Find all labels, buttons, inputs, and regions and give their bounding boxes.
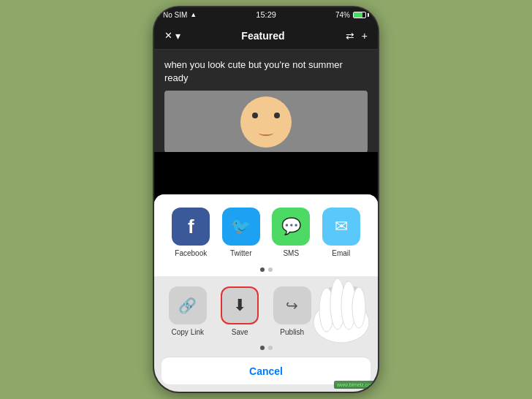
dot-1 [260, 267, 265, 272]
action-summary[interactable]: 📋 ...mmary [324, 286, 365, 336]
share-item-facebook[interactable]: f Facebook [170, 208, 211, 257]
watermark: www.bimeiz.com [334, 381, 378, 389]
baby-eye-right [274, 113, 280, 118]
cancel-button[interactable]: Cancel [249, 365, 283, 377]
status-time: 15:29 [256, 10, 276, 19]
add-icon[interactable]: + [362, 30, 368, 42]
save-icon[interactable]: ⬇ [221, 286, 259, 324]
action-row: 🔗 Copy Link ⬇ Save ↪ Publish 📋 [154, 276, 378, 342]
baby-eye-left [252, 113, 258, 118]
copy-link-icon[interactable]: 🔗 [169, 286, 207, 324]
save-symbol: ⬇ [233, 296, 246, 315]
battery-icon [353, 12, 369, 18]
x-icon[interactable]: ✕ [164, 30, 172, 41]
nav-title: Featured [241, 30, 284, 42]
action-save[interactable]: ⬇ Save [219, 286, 260, 336]
summary-icon[interactable]: 📋 [325, 286, 363, 324]
email-envelope: ✉ [335, 217, 348, 236]
content-area: when you look cute but you're not summer… [154, 50, 378, 152]
twitter-bird: 🐦 [231, 217, 251, 236]
summary-symbol: 📋 [335, 297, 354, 314]
shuffle-icon[interactable]: ⇄ [346, 30, 354, 42]
share-icons-row: f Facebook 🐦 Twitter 💬 SMS ✉ Em [154, 194, 378, 263]
status-bar: No SIM ▲ 15:29 74% [154, 7, 378, 22]
link-symbol: 🔗 [178, 297, 197, 314]
battery-percent: 74% [335, 11, 350, 19]
wifi-icon: ▲ [190, 11, 197, 18]
dot-a [260, 346, 265, 350]
twitter-label: Twitter [230, 249, 251, 257]
sms-bubble: 💬 [281, 217, 301, 236]
phone-frame: No SIM ▲ 15:29 74% ✕ ▾ Featured ⇄ + when… [153, 6, 379, 393]
publish-label: Publish [280, 328, 304, 336]
baby-face [240, 96, 292, 148]
nav-left[interactable]: ✕ ▾ [164, 30, 180, 42]
copy-link-label: Copy Link [172, 328, 204, 336]
carrier-text: No SIM [163, 11, 187, 19]
twitter-icon[interactable]: 🐦 [222, 208, 260, 246]
share-item-twitter[interactable]: 🐦 Twitter [221, 208, 262, 257]
share-item-email[interactable]: ✉ Email [321, 208, 362, 257]
facebook-letter: f [188, 216, 194, 238]
save-label: Save [232, 328, 248, 336]
dot-2 [268, 267, 273, 272]
facebook-label: Facebook [175, 249, 207, 257]
nav-right[interactable]: ⇄ + [346, 30, 368, 42]
sms-label: SMS [283, 249, 299, 257]
post-text: when you look cute but you're not summer… [164, 58, 368, 85]
publish-icon[interactable]: ↪ [273, 286, 311, 324]
page-dots-2 [154, 342, 378, 354]
email-label: Email [332, 249, 350, 257]
email-icon[interactable]: ✉ [322, 208, 360, 246]
status-left: No SIM ▲ [163, 11, 197, 19]
publish-symbol: ↪ [286, 297, 298, 314]
baby-mouth [259, 130, 273, 136]
facebook-icon[interactable]: f [172, 208, 210, 246]
share-item-sms[interactable]: 💬 SMS [270, 208, 311, 257]
share-sheet: f Facebook 🐦 Twitter 💬 SMS ✉ Em [154, 194, 378, 392]
dot-b [268, 346, 273, 350]
nav-bar: ✕ ▾ Featured ⇄ + [154, 22, 378, 50]
summary-label: ...mmary [330, 328, 359, 336]
status-right: 74% [335, 11, 369, 19]
nav-dropdown-icon[interactable]: ▾ [175, 30, 180, 42]
action-publish[interactable]: ↪ Publish [272, 286, 313, 336]
post-image [164, 91, 368, 152]
action-copy-link[interactable]: 🔗 Copy Link [167, 286, 208, 336]
sms-icon[interactable]: 💬 [272, 208, 310, 246]
page-dots-1 [154, 263, 378, 276]
